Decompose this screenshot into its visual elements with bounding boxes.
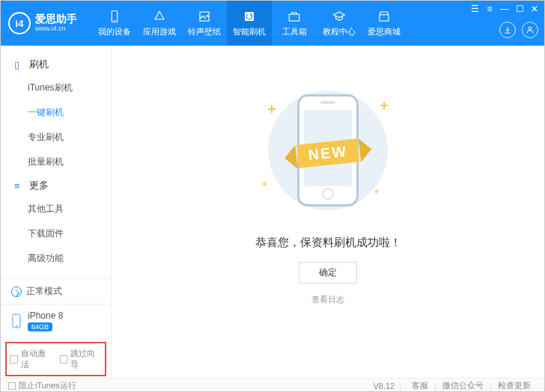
main-content: NEW 恭喜您，保资料刷机成功啦！ 确定 查看日志	[112, 46, 544, 378]
wallpaper-icon	[198, 10, 211, 23]
phone-icon	[108, 10, 121, 23]
svg-rect-2	[200, 12, 209, 21]
minimize-icon[interactable]: —	[499, 4, 510, 14]
svg-rect-4	[289, 14, 299, 21]
apps-icon	[153, 10, 166, 23]
download-button[interactable]	[499, 22, 516, 38]
tab-label: 铃声壁纸	[188, 26, 221, 37]
flash-icon	[243, 10, 256, 23]
maximize-icon[interactable]: ☐	[514, 4, 525, 14]
header-right	[499, 22, 538, 38]
wechat-link[interactable]: 微信公众号	[442, 380, 484, 391]
flash-options: 自动激活 跳过向导	[5, 342, 106, 376]
graduation-icon	[332, 10, 346, 23]
menu-icon[interactable]: ☰	[469, 4, 480, 14]
tab-label: 我的设备	[98, 26, 131, 37]
sidebar-item-batch-flash[interactable]: 批量刷机	[1, 150, 111, 174]
tab-label: 工具箱	[282, 26, 307, 37]
sidebar-item-itunes-flash[interactable]: iTunes刷机	[1, 76, 111, 100]
sidebar-item-other-tools[interactable]: 其他工具	[1, 197, 111, 221]
storage-badge: 64GB	[28, 322, 52, 331]
svg-rect-5	[380, 14, 389, 20]
sidebar-item-advanced[interactable]: 高级功能	[1, 246, 111, 271]
view-log-link[interactable]: 查看日志	[311, 294, 344, 305]
title-bar: i4 爱思助手 www.i4.cn 我的设备 应用游戏 铃声壁纸 智能刷机 工具…	[1, 1, 544, 46]
skip-wizard-checkbox[interactable]: 跳过向导	[60, 348, 103, 370]
tab-label: 教程中心	[323, 26, 356, 37]
svg-point-6	[529, 27, 532, 30]
options-icon[interactable]: ≡	[484, 4, 495, 14]
block-itunes-checkbox[interactable]: 阻止iTunes运行	[8, 380, 76, 391]
refresh-icon	[11, 287, 22, 297]
sidebar-item-onekey-flash[interactable]: 一键刷机	[1, 100, 111, 125]
tab-label: 应用游戏	[143, 26, 176, 37]
tab-apps[interactable]: 应用游戏	[137, 1, 182, 46]
success-message: 恭喜您，保资料刷机成功啦！	[255, 236, 401, 250]
tab-toolbox[interactable]: 工具箱	[272, 1, 317, 46]
check-update-link[interactable]: 检查更新	[498, 380, 531, 391]
top-nav: 我的设备 应用游戏 铃声壁纸 智能刷机 工具箱 教程中心 爱思商城	[92, 1, 407, 46]
list-icon: ≡	[14, 180, 25, 192]
sidebar-item-pro-flash[interactable]: 专业刷机	[1, 125, 111, 150]
tab-my-device[interactable]: 我的设备	[92, 1, 137, 46]
brand-url: www.i4.cn	[35, 25, 77, 33]
success-illustration: NEW	[253, 83, 403, 218]
user-button[interactable]	[522, 22, 538, 38]
close-icon[interactable]: ✕	[529, 4, 540, 14]
tab-tutorials[interactable]: 教程中心	[317, 1, 362, 46]
confirm-button[interactable]: 确定	[299, 262, 357, 284]
checkbox-label: 阻止iTunes运行	[19, 380, 76, 391]
auto-activate-checkbox[interactable]: 自动激活	[10, 348, 52, 370]
brand-name: 爱思助手	[35, 13, 77, 25]
logo-icon: i4	[8, 12, 31, 34]
sidebar: ▯ 刷机 iTunes刷机 一键刷机 专业刷机 批量刷机 ≡ 更多 其他工具 下…	[1, 46, 112, 378]
group-title: 刷机	[29, 58, 49, 71]
sidebar-item-download-firmware[interactable]: 下载固件	[1, 221, 111, 246]
svg-rect-1	[114, 20, 116, 21]
app-logo: i4 爱思助手 www.i4.cn	[8, 12, 77, 34]
tab-flash[interactable]: 智能刷机	[227, 1, 272, 46]
phone-icon: ▯	[14, 59, 25, 70]
sidebar-group-more: ≡ 更多	[1, 174, 111, 197]
window-controls: ☰ ≡ — ☐ ✕	[469, 4, 540, 14]
tab-label: 爱思商城	[368, 26, 401, 37]
support-link[interactable]: 客服	[412, 380, 428, 391]
group-title: 更多	[29, 179, 49, 192]
device-phone-icon	[11, 313, 22, 328]
mode-label: 正常模式	[26, 285, 62, 298]
toolbox-icon	[287, 10, 301, 23]
device-mode[interactable]: 正常模式	[1, 279, 111, 304]
tab-label: 智能刷机	[233, 26, 266, 37]
store-icon	[377, 10, 391, 23]
version-label: V8.12	[373, 382, 395, 391]
checkbox-label: 跳过向导	[70, 348, 102, 370]
tab-ringtones[interactable]: 铃声壁纸	[182, 1, 227, 46]
device-info[interactable]: iPhone 8 64GB	[1, 304, 111, 337]
svg-point-8	[16, 325, 17, 327]
device-name: iPhone 8	[28, 310, 63, 321]
checkbox-label: 自动激活	[21, 348, 52, 370]
tab-store[interactable]: 爱思商城	[362, 1, 407, 46]
sidebar-group-flash: ▯ 刷机	[1, 53, 111, 76]
